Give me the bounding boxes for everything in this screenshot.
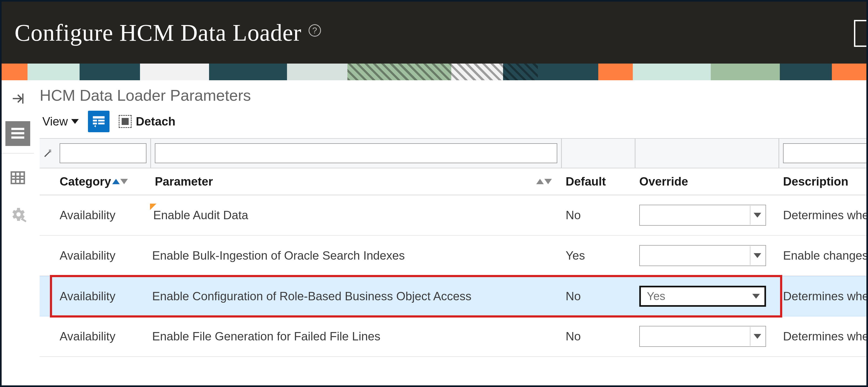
cell-parameter: Enable Configuration of Role-Based Busin… — [151, 289, 561, 303]
cell-category: Availability — [56, 208, 150, 222]
cell-override — [636, 205, 778, 226]
override-value: Yes — [641, 290, 749, 303]
page-title: Configure HCM Data Loader — [14, 19, 302, 46]
table-row[interactable]: AvailabilityEnable File Generation for F… — [40, 316, 868, 357]
collapse-rail-icon[interactable] — [7, 89, 29, 108]
cell-parameter: Enable File Generation for Failed File L… — [151, 330, 561, 343]
svg-rect-7 — [93, 122, 97, 125]
override-select[interactable]: Yes — [639, 286, 766, 307]
chevron-down-icon — [71, 119, 79, 124]
view-menu[interactable]: View — [42, 115, 79, 128]
header-action-placeholder[interactable] — [854, 20, 866, 47]
chevron-down-icon — [750, 246, 765, 265]
col-header-description-label: Description — [783, 175, 848, 188]
cell-category: Availability — [56, 289, 150, 303]
cell-description: Determines wheth — [779, 330, 868, 343]
section-title: HCM Data Loader Parameters — [40, 86, 868, 104]
svg-rect-6 — [98, 120, 104, 122]
detach-button[interactable]: Detach — [119, 115, 176, 128]
col-header-description[interactable]: Description — [779, 175, 868, 188]
cell-override: Yes — [636, 286, 778, 307]
cell-parameter: Enable Bulk-Ingestion of Oracle Search I… — [151, 249, 561, 262]
table-body: AvailabilityEnable Audit DataNoDetermine… — [40, 195, 868, 357]
table-row[interactable]: AvailabilityEnable Configuration of Role… — [40, 276, 868, 316]
col-divider — [561, 139, 562, 168]
cell-category: Availability — [56, 330, 150, 343]
clear-filters-icon[interactable] — [40, 149, 56, 158]
cell-description: Enable changes u — [779, 249, 868, 262]
detach-icon — [119, 115, 132, 128]
sort-asc-icon — [536, 179, 544, 184]
changed-flag-icon — [150, 204, 156, 210]
svg-rect-3 — [11, 172, 24, 184]
table-row[interactable]: AvailabilityEnable Audit DataNoDetermine… — [40, 195, 868, 236]
rail-separator — [2, 153, 34, 153]
filter-category-input[interactable] — [60, 143, 147, 163]
filter-parameter-input[interactable] — [155, 143, 557, 163]
svg-rect-0 — [11, 128, 24, 130]
cell-override — [636, 245, 778, 266]
svg-rect-5 — [93, 120, 97, 122]
cell-category: Availability — [56, 249, 150, 262]
chevron-down-icon — [750, 327, 765, 346]
override-select[interactable] — [639, 205, 766, 226]
svg-rect-8 — [98, 122, 104, 125]
override-select[interactable] — [639, 245, 766, 266]
cell-description: Determines wheth — [779, 208, 868, 222]
chevron-down-icon — [749, 287, 763, 306]
filter-row — [40, 139, 868, 168]
col-header-category-label: Category — [60, 175, 111, 188]
query-by-example-button[interactable] — [88, 111, 110, 132]
filter-description-input[interactable] — [783, 143, 868, 163]
chevron-down-icon — [750, 206, 765, 224]
svg-rect-2 — [11, 137, 24, 139]
left-rail — [2, 80, 34, 385]
page-header: Configure HCM Data Loader ? — [2, 2, 866, 64]
cell-override — [636, 326, 778, 347]
rail-tab-settings[interactable] — [5, 202, 30, 227]
col-header-override-label: Override — [639, 175, 688, 188]
table-toolbar: View Detach — [42, 111, 868, 132]
sort-asc-active-icon — [112, 179, 120, 184]
col-header-default[interactable]: Default — [562, 175, 635, 188]
sort-desc-icon — [544, 179, 552, 184]
sort-desc-icon — [120, 179, 128, 184]
app-root: Configure HCM Data Loader ? HCM Data Loa… — [0, 0, 868, 387]
help-icon[interactable]: ? — [309, 24, 321, 37]
cell-default: No — [562, 330, 635, 343]
detach-label: Detach — [136, 115, 176, 128]
body: HCM Data Loader Parameters View Detach — [2, 80, 866, 385]
svg-rect-4 — [93, 116, 104, 119]
table-header-row: Category Parameter Default Override Desc… — [40, 168, 868, 195]
override-select[interactable] — [639, 326, 766, 347]
cell-default: No — [562, 208, 635, 222]
col-header-override[interactable]: Override — [636, 175, 778, 188]
cell-default: Yes — [562, 249, 635, 262]
cell-description: Determines wheth — [779, 289, 868, 303]
col-header-default-label: Default — [566, 175, 606, 188]
col-divider — [635, 139, 636, 168]
svg-rect-1 — [11, 132, 24, 134]
main-panel: HCM Data Loader Parameters View Detach — [34, 80, 868, 385]
col-header-parameter[interactable]: Parameter — [151, 175, 561, 188]
col-header-category[interactable]: Category — [56, 175, 150, 188]
parameters-table: Category Parameter Default Override Desc… — [40, 138, 868, 357]
cell-default: No — [562, 289, 635, 303]
table-row[interactable]: AvailabilityEnable Bulk-Ingestion of Ora… — [40, 236, 868, 276]
cell-parameter: Enable Audit Data — [151, 208, 561, 222]
rail-tab-grid[interactable] — [5, 165, 30, 190]
decorative-strip — [2, 64, 866, 80]
view-menu-label: View — [42, 115, 68, 128]
col-header-parameter-label: Parameter — [155, 175, 213, 188]
rail-tab-parameters[interactable] — [5, 121, 30, 146]
